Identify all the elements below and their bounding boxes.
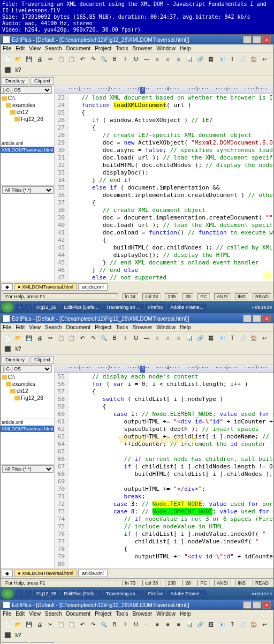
directory-tab[interactable]: Directory [2,356,28,363]
toolbar-btn-12[interactable]: U [131,619,141,629]
menu-tools[interactable]: Tools [116,611,128,617]
toolbar-btn-24[interactable]: ↩ [260,54,269,64]
task-4[interactable]: Traversing an ... [103,590,144,597]
task-1[interactable]: · [25,304,33,311]
toolbar-btn-12[interactable]: U [131,333,141,343]
task-1[interactable]: · [25,590,33,597]
tree-fig12_26[interactable]: Fig12_26 [2,395,53,401]
menu-view[interactable]: View [29,324,41,330]
cliptext-tab[interactable]: Cliptext [31,356,54,363]
close-button[interactable]: ✕ [262,315,271,322]
toolbar-btn-0[interactable]: 📄 [3,619,12,629]
file-article.xml[interactable]: article.xml [1,419,54,426]
maximize-button[interactable]: □ [253,601,261,609]
task-3[interactable]: EditPlus [Defa... [61,590,102,597]
toolbar-btn-11[interactable]: I [120,54,130,64]
toolbar-btn-4[interactable]: ✂ [45,619,55,629]
menu-edit[interactable]: Edit [16,46,25,51]
cliptext-tab[interactable]: Cliptext [31,77,54,85]
minimize-button[interactable]: _ [243,601,252,609]
toolbar-btn-7[interactable]: ↶ [78,619,87,629]
toolbar-btn-17[interactable]: 📊 [185,54,194,64]
toolbar-btn-24[interactable]: ↩ [260,619,269,629]
task-4[interactable]: Traversing an ... [103,304,144,311]
menu-document[interactable]: Document [66,324,91,330]
task-2[interactable]: Fig12_26 [33,304,60,311]
menu-help[interactable]: Help [180,324,191,330]
menu-browser[interactable]: Browser [133,611,153,617]
menu-edit[interactable]: Edit [16,324,25,330]
toolbar-btn-5[interactable]: 📋 [56,333,66,343]
toolbar-btn-8[interactable]: ↷ [88,54,98,64]
menu-file[interactable]: File [3,46,11,51]
toolbar-btn-6[interactable]: 📋 [67,333,77,343]
close-button[interactable]: ✕ [262,601,271,609]
task-5[interactable]: Firefox [145,590,166,597]
toolbar-btn-7[interactable]: ↶ [78,54,87,64]
toolbar-btn-11[interactable]: I [120,619,130,629]
menu-tools[interactable]: Tools [116,46,128,51]
titlebar[interactable]: EditPlus - [Default - [C:\examples\ch12\… [1,314,273,323]
toolbar-btn-22[interactable]: ⬜ [238,54,248,64]
task-0[interactable]: · [16,590,24,597]
menu-search[interactable]: Search [45,46,62,51]
menu-browser[interactable]: Browser [133,324,153,330]
task-2[interactable]: Fig12_26 [33,590,60,597]
toolbar-btn-20[interactable]: 📧 [217,333,226,343]
filter-select[interactable]: All Files (*.*) [2,186,54,194]
toolbar-btn-18[interactable]: 🔗 [195,333,205,343]
tab-star[interactable]: ◆ [2,283,13,291]
toolbar-btn-18[interactable]: 🔗 [195,54,205,64]
toolbar-btn-21[interactable]: T [227,54,237,64]
menu-window[interactable]: Window [156,324,176,330]
menu-search[interactable]: Search [45,611,62,617]
toolbar-btn-10[interactable]: B [110,54,119,64]
tree-c:\[interactable]: C:\ [2,95,53,102]
menu-file[interactable]: File [3,324,11,330]
tree-ch12[interactable]: ch12 [2,388,53,395]
file-XMLDOMTraversal.html[interactable]: XMLDOMTraversal.html [1,426,54,432]
titlebar[interactable]: EditPlus - [Default - [C:\examples\ch12\… [1,35,273,44]
filter-select[interactable]: All Files (*.*) [2,465,54,473]
toolbar-btn-6[interactable]: 📋 [67,54,77,64]
maximize-button[interactable]: □ [253,315,261,322]
minimize-button[interactable]: _ [243,36,252,43]
toolbar-btn-26[interactable]: k? [13,65,23,74]
toolbar-btn-26[interactable]: k? [13,344,23,353]
menu-view[interactable]: View [29,46,41,51]
task-6[interactable]: Adobe Frame... [167,304,207,311]
toolbar-btn-15[interactable]: ≡ [163,333,173,343]
tray[interactable]: « 08:19:29 [249,592,274,596]
toolbar-btn-3[interactable]: 🖨 [35,333,44,343]
toolbar-btn-2[interactable]: 💾 [24,333,34,343]
doc-tab-1[interactable]: article.xml [78,570,108,577]
toolbar-btn-4[interactable]: ✂ [45,54,55,64]
toolbar-btn-8[interactable]: ↷ [88,333,98,343]
toolbar-btn-0[interactable]: 📄 [3,333,12,343]
toolbar-btn-24[interactable]: ↩ [260,333,269,343]
toolbar-btn-19[interactable]: 🖼 [206,54,216,64]
task-5[interactable]: Firefox [145,304,166,311]
file-article.xml[interactable]: article.xml [1,140,54,147]
toolbar-btn-13[interactable]: — [142,333,151,343]
toolbar-btn-23[interactable]: 🏠 [249,333,258,343]
menu-edit[interactable]: Edit [16,611,25,617]
toolbar-btn-5[interactable]: 📋 [56,619,66,629]
toolbar-btn-1[interactable]: 📂 [13,333,23,343]
toolbar-btn-21[interactable]: T [227,333,237,343]
toolbar-btn-16[interactable]: ≡ [174,333,184,343]
menu-help[interactable]: Help [180,46,191,51]
toolbar-btn-0[interactable]: 📄 [3,54,12,64]
toolbar-btn-18[interactable]: 🔗 [195,619,205,629]
task-3[interactable]: EditPlus [Defa... [61,304,102,311]
toolbar-btn-13[interactable]: — [142,619,151,629]
toolbar-btn-14[interactable]: ≡ [153,54,162,64]
toolbar-btn-16[interactable]: ≡ [174,619,184,629]
toolbar-btn-22[interactable]: ⬜ [238,619,248,629]
doc-tab-0[interactable]: ● XMLDOMTraversal.html [14,570,77,577]
toolbar-btn-20[interactable]: 📧 [217,54,226,64]
toolbar-btn-8[interactable]: ↷ [88,619,98,629]
file-XMLDOMTraversal.html[interactable]: XMLDOMTraversal.html [1,147,54,153]
toolbar-btn-15[interactable]: ≡ [163,54,173,64]
toolbar-btn-21[interactable]: T [227,619,237,629]
